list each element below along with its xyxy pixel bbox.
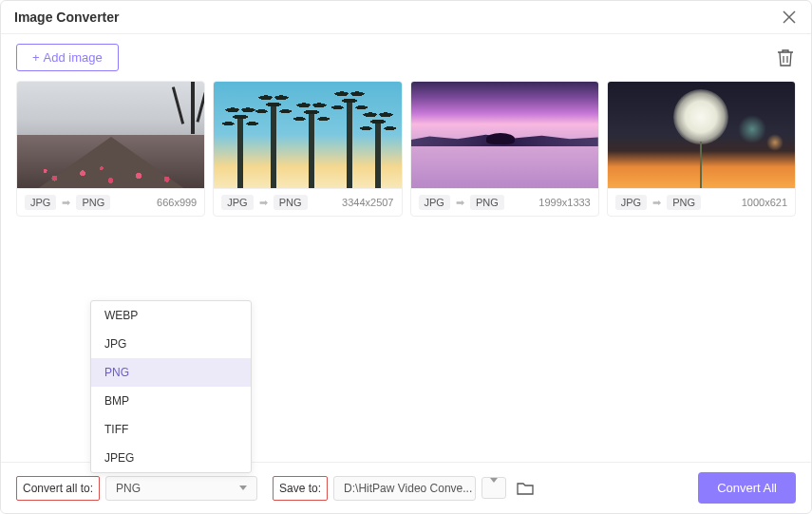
card-footer: JPG ➡ PNG 3344x2507 [214,188,401,216]
save-to-label: Save to: [273,476,328,501]
title-bar: Image Converter [1,1,811,34]
card-footer: JPG ➡ PNG 1999x1333 [411,188,598,216]
format-option-webp[interactable]: WEBP [91,301,251,330]
format-option-jpeg[interactable]: JPEG [91,444,251,472]
format-dropdown-popup: WEBP JPG PNG BMP TIFF JPEG [90,300,252,473]
target-format-badge[interactable]: PNG [274,195,308,210]
arrow-right-icon: ➡ [62,197,70,209]
image-converter-window: Image Converter + Add image JPG ➡ PNG 66… [0,0,812,514]
close-button[interactable] [781,9,798,26]
source-format-badge: JPG [615,195,647,210]
convert-format-select[interactable]: PNG [105,476,257,501]
save-to-path-field[interactable]: D:\HitPaw Video Conve... [333,476,476,501]
chevron-down-icon [490,478,498,493]
plus-icon: + [32,50,40,65]
arrow-right-icon: ➡ [259,197,268,209]
dimensions-label: 3344x2507 [342,197,393,208]
source-format-badge: JPG [25,195,56,210]
format-option-tiff[interactable]: TIFF [91,415,251,444]
image-card[interactable]: JPG ➡ PNG 1000x621 [607,81,796,217]
image-grid: JPG ➡ PNG 666x999 JPG ➡ PNG 3344x2507 JP… [1,81,811,217]
dimensions-label: 1000x621 [742,197,787,208]
card-footer: JPG ➡ PNG 666x999 [17,188,204,216]
add-image-button[interactable]: + Add image [16,44,119,71]
window-title: Image Converter [14,10,119,25]
thumbnail [17,82,204,188]
save-to-dropdown-button[interactable] [482,477,506,499]
add-image-label: Add image [44,50,103,65]
dimensions-label: 666x999 [157,197,197,208]
chevron-down-icon [239,485,247,490]
close-icon [783,10,796,24]
arrow-right-icon: ➡ [456,197,464,209]
convert-format-value: PNG [116,482,141,495]
target-format-badge[interactable]: PNG [470,195,504,210]
arrow-right-icon: ➡ [652,197,661,209]
image-card[interactable]: JPG ➡ PNG 1999x1333 [410,81,599,217]
save-to-path-value: D:\HitPaw Video Conve... [344,482,472,495]
thumbnail [214,82,401,188]
folder-icon [517,481,534,496]
format-option-png[interactable]: PNG [91,358,251,387]
image-card[interactable]: JPG ➡ PNG 666x999 [16,81,205,217]
source-format-badge: JPG [221,195,253,210]
convert-all-to-label: Convert all to: [16,476,100,501]
toolbar: + Add image [1,34,811,81]
delete-all-button[interactable] [775,48,796,68]
target-format-badge[interactable]: PNG [667,195,701,210]
card-footer: JPG ➡ PNG 1000x621 [608,188,795,216]
format-option-bmp[interactable]: BMP [91,387,251,415]
source-format-badge: JPG [419,195,450,210]
format-option-jpg[interactable]: JPG [91,330,251,358]
convert-all-button[interactable]: Convert All [698,472,796,504]
thumbnail [411,82,598,188]
thumbnail [608,82,795,188]
bottom-bar: WEBP JPG PNG BMP TIFF JPEG Convert all t… [1,462,811,513]
trash-icon [777,48,794,67]
target-format-badge[interactable]: PNG [76,195,110,210]
image-card[interactable]: JPG ➡ PNG 3344x2507 [213,81,402,217]
dimensions-label: 1999x1333 [538,197,590,208]
browse-folder-button[interactable] [512,478,538,499]
